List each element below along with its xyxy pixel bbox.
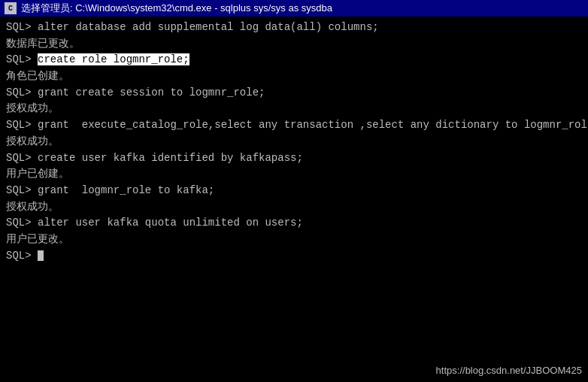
terminal-line: SQL>	[6, 248, 582, 265]
terminal-line: SQL> create role logmnr_role;	[6, 52, 582, 68]
title-bar-text: 选择管理员: C:\Windows\system32\cmd.exe - sql…	[21, 2, 332, 15]
cursor	[38, 250, 44, 261]
watermark: https://blog.csdn.net/JJBOOM425	[436, 365, 582, 376]
terminal-line: 数据库已更改。	[6, 36, 582, 53]
terminal-body: SQL> alter database add supplemental log…	[0, 17, 588, 267]
title-bar: C 选择管理员: C:\Windows\system32\cmd.exe - s…	[0, 0, 588, 17]
terminal-line: SQL> alter user kafka quota unlimited on…	[6, 215, 582, 232]
terminal-line: SQL> create user kafka identified by kaf…	[6, 150, 582, 167]
terminal-line: 授权成功。	[6, 199, 582, 216]
terminal-line: SQL> grant logmnr_role to kafka;	[6, 183, 582, 199]
terminal-line: SQL> alter database add supplemental log…	[6, 20, 582, 36]
terminal-line: 授权成功。	[6, 134, 582, 150]
terminal-line: SQL> grant execute_catalog_role,select a…	[6, 117, 582, 134]
terminal-line: 用户已更改。	[6, 232, 582, 248]
terminal-line: 授权成功。	[6, 101, 582, 117]
cmd-icon: C	[5, 2, 17, 14]
terminal-line: SQL> grant create session to logmnr_role…	[6, 85, 582, 102]
terminal-line: 用户已创建。	[6, 166, 582, 183]
terminal-line: 角色已创建。	[6, 68, 582, 85]
